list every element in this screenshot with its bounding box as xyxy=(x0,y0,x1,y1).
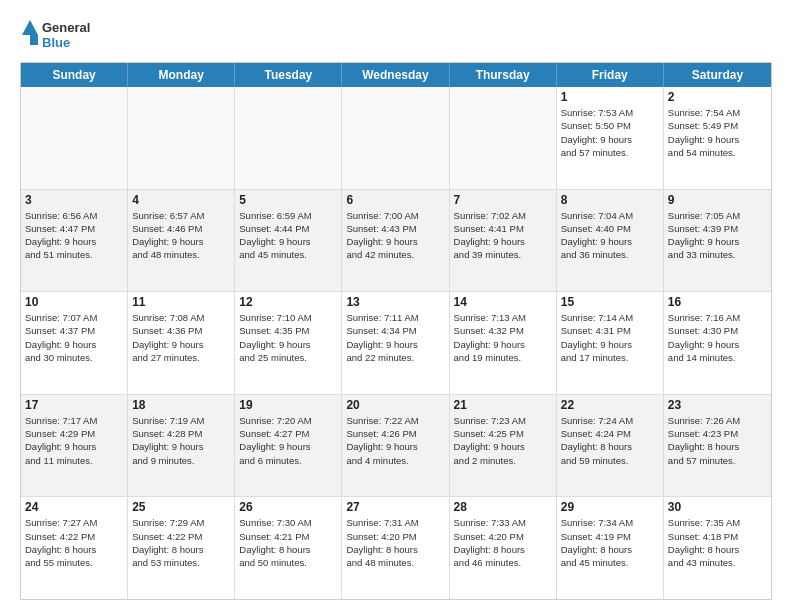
cell-line: Sunset: 4:39 PM xyxy=(668,222,767,235)
cell-line: and 48 minutes. xyxy=(132,248,230,261)
day-cell-8: 8Sunrise: 7:04 AMSunset: 4:40 PMDaylight… xyxy=(557,190,664,292)
cell-line: Sunset: 4:22 PM xyxy=(132,530,230,543)
calendar-row-2: 10Sunrise: 7:07 AMSunset: 4:37 PMDayligh… xyxy=(21,291,771,394)
cell-line: Sunset: 4:43 PM xyxy=(346,222,444,235)
day-cell-30: 30Sunrise: 7:35 AMSunset: 4:18 PMDayligh… xyxy=(664,497,771,599)
empty-cell xyxy=(128,87,235,189)
cell-line: Sunrise: 7:24 AM xyxy=(561,414,659,427)
day-cell-24: 24Sunrise: 7:27 AMSunset: 4:22 PMDayligh… xyxy=(21,497,128,599)
day-number: 28 xyxy=(454,500,552,514)
cell-line: Sunset: 4:32 PM xyxy=(454,324,552,337)
day-number: 22 xyxy=(561,398,659,412)
day-number: 14 xyxy=(454,295,552,309)
cell-line: Sunset: 4:19 PM xyxy=(561,530,659,543)
cell-line: Sunset: 4:20 PM xyxy=(346,530,444,543)
cell-line: and 2 minutes. xyxy=(454,454,552,467)
cell-line: Sunrise: 6:56 AM xyxy=(25,209,123,222)
cell-line: and 33 minutes. xyxy=(668,248,767,261)
cell-line: Sunrise: 7:00 AM xyxy=(346,209,444,222)
day-number: 8 xyxy=(561,193,659,207)
cell-line: Daylight: 9 hours xyxy=(454,235,552,248)
day-cell-19: 19Sunrise: 7:20 AMSunset: 4:27 PMDayligh… xyxy=(235,395,342,497)
svg-rect-3 xyxy=(30,35,38,45)
cell-line: Sunrise: 7:16 AM xyxy=(668,311,767,324)
day-number: 29 xyxy=(561,500,659,514)
day-cell-2: 2Sunrise: 7:54 AMSunset: 5:49 PMDaylight… xyxy=(664,87,771,189)
cell-line: Daylight: 8 hours xyxy=(454,543,552,556)
cell-line: Sunset: 4:47 PM xyxy=(25,222,123,235)
cell-line: Sunrise: 7:04 AM xyxy=(561,209,659,222)
cell-line: Sunset: 4:18 PM xyxy=(668,530,767,543)
day-number: 16 xyxy=(668,295,767,309)
cell-line: Sunset: 4:20 PM xyxy=(454,530,552,543)
cell-line: Sunset: 4:44 PM xyxy=(239,222,337,235)
cell-line: Sunset: 4:27 PM xyxy=(239,427,337,440)
cell-line: Sunset: 4:31 PM xyxy=(561,324,659,337)
cell-line: Sunset: 4:46 PM xyxy=(132,222,230,235)
day-number: 13 xyxy=(346,295,444,309)
day-cell-23: 23Sunrise: 7:26 AMSunset: 4:23 PMDayligh… xyxy=(664,395,771,497)
cell-line: Daylight: 9 hours xyxy=(25,440,123,453)
cell-line: and 46 minutes. xyxy=(454,556,552,569)
logo-svg: General Blue xyxy=(20,16,90,54)
header-day-sunday: Sunday xyxy=(21,63,128,87)
calendar-header: SundayMondayTuesdayWednesdayThursdayFrid… xyxy=(21,63,771,87)
empty-cell xyxy=(450,87,557,189)
day-number: 15 xyxy=(561,295,659,309)
day-cell-7: 7Sunrise: 7:02 AMSunset: 4:41 PMDaylight… xyxy=(450,190,557,292)
cell-line: Sunset: 4:37 PM xyxy=(25,324,123,337)
cell-line: Sunset: 4:25 PM xyxy=(454,427,552,440)
header-day-saturday: Saturday xyxy=(664,63,771,87)
svg-text:General: General xyxy=(42,20,90,35)
cell-line: Sunset: 4:40 PM xyxy=(561,222,659,235)
day-number: 5 xyxy=(239,193,337,207)
day-number: 3 xyxy=(25,193,123,207)
cell-line: and 9 minutes. xyxy=(132,454,230,467)
cell-line: and 57 minutes. xyxy=(668,454,767,467)
cell-line: Sunset: 4:26 PM xyxy=(346,427,444,440)
cell-line: Sunrise: 7:34 AM xyxy=(561,516,659,529)
cell-line: and 59 minutes. xyxy=(561,454,659,467)
cell-line: and 50 minutes. xyxy=(239,556,337,569)
cell-line: Sunrise: 7:22 AM xyxy=(346,414,444,427)
cell-line: Sunset: 4:28 PM xyxy=(132,427,230,440)
cell-line: Sunrise: 7:33 AM xyxy=(454,516,552,529)
cell-line: Sunrise: 7:31 AM xyxy=(346,516,444,529)
day-cell-18: 18Sunrise: 7:19 AMSunset: 4:28 PMDayligh… xyxy=(128,395,235,497)
day-number: 27 xyxy=(346,500,444,514)
day-number: 21 xyxy=(454,398,552,412)
cell-line: Sunset: 4:23 PM xyxy=(668,427,767,440)
cell-line: Sunrise: 7:07 AM xyxy=(25,311,123,324)
day-cell-26: 26Sunrise: 7:30 AMSunset: 4:21 PMDayligh… xyxy=(235,497,342,599)
cell-line: and 27 minutes. xyxy=(132,351,230,364)
cell-line: Daylight: 9 hours xyxy=(346,338,444,351)
day-cell-13: 13Sunrise: 7:11 AMSunset: 4:34 PMDayligh… xyxy=(342,292,449,394)
logo: General Blue xyxy=(20,16,90,54)
cell-line: and 19 minutes. xyxy=(454,351,552,364)
cell-line: Daylight: 9 hours xyxy=(561,133,659,146)
cell-line: Sunrise: 7:27 AM xyxy=(25,516,123,529)
day-cell-1: 1Sunrise: 7:53 AMSunset: 5:50 PMDaylight… xyxy=(557,87,664,189)
header-day-monday: Monday xyxy=(128,63,235,87)
svg-text:Blue: Blue xyxy=(42,35,70,50)
day-cell-17: 17Sunrise: 7:17 AMSunset: 4:29 PMDayligh… xyxy=(21,395,128,497)
cell-line: Sunrise: 7:19 AM xyxy=(132,414,230,427)
cell-line: Sunrise: 6:59 AM xyxy=(239,209,337,222)
svg-marker-2 xyxy=(22,20,38,35)
cell-line: Daylight: 9 hours xyxy=(239,338,337,351)
day-cell-16: 16Sunrise: 7:16 AMSunset: 4:30 PMDayligh… xyxy=(664,292,771,394)
cell-line: Daylight: 9 hours xyxy=(132,338,230,351)
day-cell-10: 10Sunrise: 7:07 AMSunset: 4:37 PMDayligh… xyxy=(21,292,128,394)
cell-line: Daylight: 8 hours xyxy=(25,543,123,556)
cell-line: Daylight: 9 hours xyxy=(25,338,123,351)
day-cell-25: 25Sunrise: 7:29 AMSunset: 4:22 PMDayligh… xyxy=(128,497,235,599)
cell-line: Daylight: 8 hours xyxy=(561,543,659,556)
cell-line: Daylight: 9 hours xyxy=(668,133,767,146)
day-number: 23 xyxy=(668,398,767,412)
cell-line: Daylight: 9 hours xyxy=(561,338,659,351)
day-cell-6: 6Sunrise: 7:00 AMSunset: 4:43 PMDaylight… xyxy=(342,190,449,292)
cell-line: and 22 minutes. xyxy=(346,351,444,364)
cell-line: Daylight: 9 hours xyxy=(25,235,123,248)
cell-line: Sunrise: 7:53 AM xyxy=(561,106,659,119)
cell-line: Daylight: 9 hours xyxy=(561,235,659,248)
